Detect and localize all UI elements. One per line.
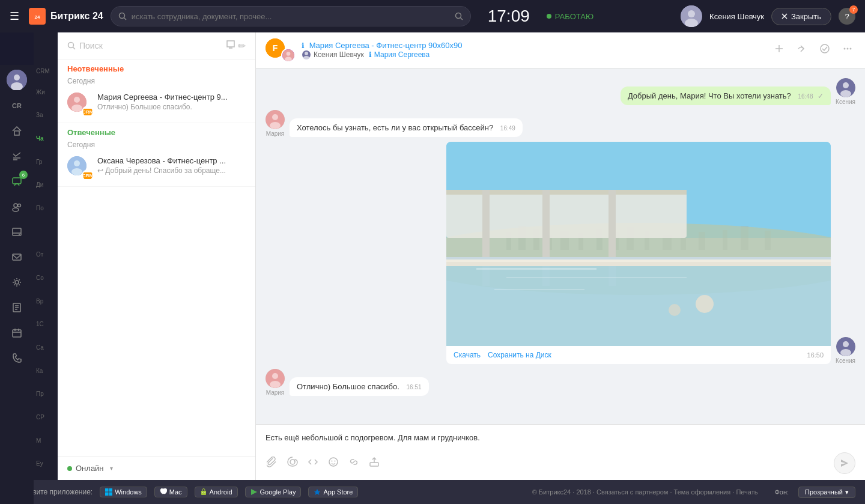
bottom-right: © Битрикс24 · 2018 · Связаться с партнер… xyxy=(532,487,855,498)
attach-file-button[interactable] xyxy=(266,455,279,472)
help-button[interactable]: ? 7 xyxy=(839,8,855,25)
nav-home[interactable]: Жи xyxy=(34,80,60,104)
chat-input-toolbar xyxy=(266,452,855,474)
chat-item-content: Мария Сергеева - Фитнес-центр 9... Отлич… xyxy=(97,93,246,111)
chat-header-info: ℹ Мария Сергеева - Фитнес-центр 90х60х90… xyxy=(302,41,765,59)
sidebar-item-phone[interactable] xyxy=(5,346,29,370)
online-status[interactable]: Онлайн ▾ xyxy=(58,456,255,480)
pool-image xyxy=(446,142,831,346)
chat-search-box[interactable]: Поиск xyxy=(67,41,221,50)
nav-disk[interactable]: Ди xyxy=(34,174,60,197)
forward-action-button[interactable] xyxy=(794,41,810,59)
nav-shop[interactable]: Са xyxy=(34,336,60,359)
sender-label-ksenia-2: Ксения xyxy=(836,357,855,364)
print-link[interactable]: Печать xyxy=(736,488,757,496)
bitrix-link[interactable]: © Битрикс24 xyxy=(532,488,571,496)
nav-time[interactable]: Вр xyxy=(34,290,60,313)
sidebar-item-crm[interactable]: CR xyxy=(5,94,29,118)
nav-mail[interactable]: По xyxy=(34,196,60,220)
theme-link[interactable]: Тема оформления xyxy=(674,488,731,496)
top-search-box[interactable] xyxy=(111,6,471,26)
save-to-disk-link[interactable]: Сохранить на Диск xyxy=(488,351,551,359)
app-store-btn[interactable]: App Store xyxy=(308,487,358,497)
user-avatar[interactable] xyxy=(681,5,702,27)
svg-rect-30 xyxy=(13,330,21,337)
answered-section-title: Отвеченные xyxy=(58,123,255,139)
chat-avatar-oksana: CRM xyxy=(67,156,91,180)
chat-header-name: ℹ Мария Сергеева - Фитнес-центр 90х60х90 xyxy=(302,41,765,50)
google-play-btn[interactable]: Google Play xyxy=(245,487,302,497)
search-submit-icon[interactable] xyxy=(455,12,463,20)
sidebar-item-reports[interactable] xyxy=(5,296,29,320)
partner-link[interactable]: Связаться с партнером xyxy=(596,488,668,496)
svg-point-62 xyxy=(270,122,281,129)
nav-tasks[interactable]: За xyxy=(34,104,60,127)
nav-groups[interactable]: Гр xyxy=(34,150,60,174)
android-install-btn[interactable]: Android xyxy=(195,487,238,497)
nav-crm[interactable]: CRM xyxy=(34,62,60,80)
image-message: Скачать Сохранить на Диск 16:50 xyxy=(446,142,831,364)
nav-reports[interactable]: От xyxy=(34,243,60,266)
message-2: Мария Хотелось бы узнать, есть ли у вас … xyxy=(266,110,855,137)
sidebar-item-groups[interactable] xyxy=(5,195,29,219)
mention-button[interactable] xyxy=(286,455,299,472)
channel-link[interactable]: Мария Сергеева - Фитнес-центр 90х60х90 xyxy=(309,41,463,50)
nav-calendar[interactable]: Со xyxy=(34,266,60,290)
sidebar-user-avatar[interactable] xyxy=(7,70,27,90)
nav-map[interactable]: М xyxy=(34,429,60,452)
crm-badge-2: CRM xyxy=(82,172,94,179)
add-action-button[interactable] xyxy=(771,41,787,59)
emoji-button[interactable] xyxy=(327,455,340,472)
hamburger-icon[interactable]: ☰ xyxy=(10,10,19,23)
nav-chat[interactable]: Ча xyxy=(34,127,60,150)
link-button[interactable] xyxy=(347,455,360,472)
nav-camera[interactable]: Ка xyxy=(34,359,60,383)
chat-input[interactable]: Есть ещё небольшой с подогревом. Для мам… xyxy=(266,431,855,445)
nav-promo[interactable]: Пр xyxy=(34,382,60,405)
top-search-input[interactable] xyxy=(132,12,450,21)
svg-point-34 xyxy=(68,43,74,48)
contact-link[interactable]: Мария Сергеева xyxy=(374,50,429,59)
sidebar-text-labels: CRM Жи За Ча Гр Ди По От Со Вр 1С Са Ка … xyxy=(34,32,60,480)
nav-crm2[interactable]: СР xyxy=(34,405,60,429)
theme-button[interactable]: Прозрачный ▾ xyxy=(798,487,855,498)
work-status[interactable]: РАБОТАЮ xyxy=(547,12,593,21)
download-link[interactable]: Скачать xyxy=(454,351,481,359)
upload-button[interactable] xyxy=(368,455,381,472)
resolve-action-button[interactable] xyxy=(817,41,833,59)
compose-button[interactable]: ✏ xyxy=(226,40,246,52)
more-action-button[interactable] xyxy=(840,41,855,59)
svg-point-19 xyxy=(18,204,21,207)
info-icon-2: ℹ xyxy=(369,50,372,59)
message-content-4: Отлично) Большое спасибо. 16:51 xyxy=(290,377,429,396)
sidebar-item-mail[interactable] xyxy=(5,245,29,269)
code-button[interactable] xyxy=(306,455,320,472)
sidebar-item-chat[interactable]: 6 xyxy=(5,169,29,193)
sidebar-item-disk[interactable] xyxy=(5,220,29,244)
nav-eu[interactable]: Еу xyxy=(34,452,60,475)
windows-install-btn[interactable]: Windows xyxy=(100,487,147,497)
chat-item-answered-0[interactable]: CRM Оксана Черезова - Фитнес-центр ... ↩… xyxy=(58,150,255,187)
android-icon xyxy=(200,488,207,496)
send-button[interactable] xyxy=(834,452,855,474)
svg-point-38 xyxy=(74,97,80,103)
message-bubble-4: Отлично) Большое спасибо. 16:51 xyxy=(290,377,429,396)
nav-settings-label[interactable] xyxy=(34,220,60,243)
google-play-icon xyxy=(250,488,258,496)
svg-point-53 xyxy=(821,44,829,53)
sidebar-item-tasks[interactable] xyxy=(5,144,29,168)
sidebar-item-home[interactable] xyxy=(5,119,29,143)
sidebar-item-settings[interactable] xyxy=(5,270,29,294)
sender-label-maria-2: Мария xyxy=(266,389,285,396)
sidebar-item-calendar[interactable] xyxy=(5,321,29,345)
crm-badge: CRM xyxy=(82,109,94,115)
chat-item-unanswered-0[interactable]: CRM Мария Сергеева - Фитнес-центр 9... О… xyxy=(58,87,255,123)
nav-1c[interactable]: 1С xyxy=(34,312,60,336)
unanswered-date: Сегодня xyxy=(58,76,255,87)
mac-install-btn[interactable]: Mac xyxy=(154,487,187,497)
message-content-1: Добрый день, Мария! Что Вы хотели узнать… xyxy=(621,87,831,105)
close-button[interactable]: Закрыть xyxy=(771,8,831,25)
close-icon xyxy=(782,13,788,19)
online-label: Онлайн xyxy=(76,464,104,473)
svg-rect-92 xyxy=(476,268,596,270)
